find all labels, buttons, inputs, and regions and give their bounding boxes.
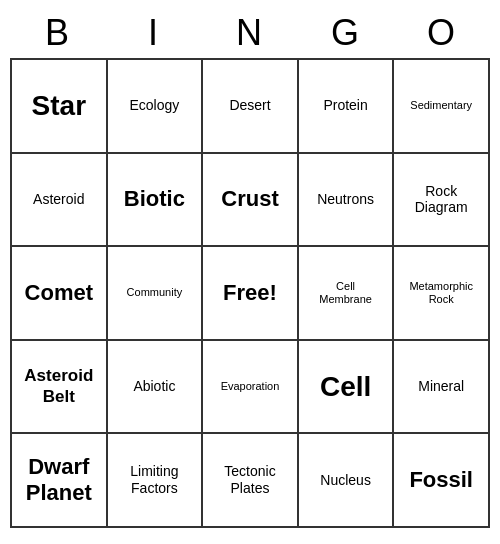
bingo-cell-10: Comet (11, 246, 107, 340)
cell-text-12: Free! (223, 280, 277, 306)
cell-text-0: Star (32, 89, 86, 123)
bingo-header: BINGO (10, 8, 490, 58)
cell-text-23: Nucleus (320, 472, 371, 489)
cell-text-10: Comet (25, 280, 93, 306)
bingo-cell-1: Ecology (107, 59, 203, 153)
bingo-cell-19: Mineral (393, 340, 489, 434)
cell-text-24: Fossil (409, 467, 473, 493)
bingo-cell-23: Nucleus (298, 433, 394, 527)
bingo-cell-3: Protein (298, 59, 394, 153)
bingo-cell-5: Asteroid (11, 153, 107, 247)
cell-text-8: Neutrons (317, 191, 374, 208)
bingo-cell-8: Neutrons (298, 153, 394, 247)
cell-text-22: Tectonic Plates (224, 463, 275, 497)
cell-text-11: Community (127, 286, 183, 299)
cell-text-3: Protein (323, 97, 367, 114)
cell-text-2: Desert (229, 97, 270, 114)
header-letter-b: B (10, 8, 106, 58)
bingo-cell-9: Rock Diagram (393, 153, 489, 247)
cell-text-13: Cell Membrane (319, 280, 372, 306)
bingo-cell-24: Fossil (393, 433, 489, 527)
bingo-cell-17: Evaporation (202, 340, 298, 434)
bingo-cell-2: Desert (202, 59, 298, 153)
header-letter-n: N (202, 8, 298, 58)
header-letter-o: O (394, 8, 490, 58)
cell-text-9: Rock Diagram (415, 183, 468, 217)
bingo-cell-16: Abiotic (107, 340, 203, 434)
cell-text-6: Biotic (124, 186, 185, 212)
bingo-cell-11: Community (107, 246, 203, 340)
cell-text-17: Evaporation (221, 380, 280, 393)
cell-text-20: Dwarf Planet (26, 454, 92, 507)
cell-text-14: Metamorphic Rock (409, 280, 473, 306)
cell-text-4: Sedimentary (410, 99, 472, 112)
cell-text-18: Cell (320, 370, 371, 404)
cell-text-7: Crust (221, 186, 278, 212)
bingo-cell-12: Free! (202, 246, 298, 340)
header-letter-g: G (298, 8, 394, 58)
bingo-cell-20: Dwarf Planet (11, 433, 107, 527)
bingo-grid: StarEcologyDesertProteinSedimentaryAster… (10, 58, 490, 528)
cell-text-1: Ecology (129, 97, 179, 114)
bingo-cell-7: Crust (202, 153, 298, 247)
cell-text-5: Asteroid (33, 191, 84, 208)
bingo-cell-6: Biotic (107, 153, 203, 247)
cell-text-19: Mineral (418, 378, 464, 395)
bingo-cell-21: Limiting Factors (107, 433, 203, 527)
cell-text-15: Asteroid Belt (24, 366, 93, 407)
bingo-cell-0: Star (11, 59, 107, 153)
bingo-cell-14: Metamorphic Rock (393, 246, 489, 340)
bingo-cell-22: Tectonic Plates (202, 433, 298, 527)
bingo-cell-13: Cell Membrane (298, 246, 394, 340)
header-letter-i: I (106, 8, 202, 58)
bingo-cell-15: Asteroid Belt (11, 340, 107, 434)
bingo-cell-18: Cell (298, 340, 394, 434)
cell-text-16: Abiotic (133, 378, 175, 395)
bingo-cell-4: Sedimentary (393, 59, 489, 153)
cell-text-21: Limiting Factors (130, 463, 178, 497)
